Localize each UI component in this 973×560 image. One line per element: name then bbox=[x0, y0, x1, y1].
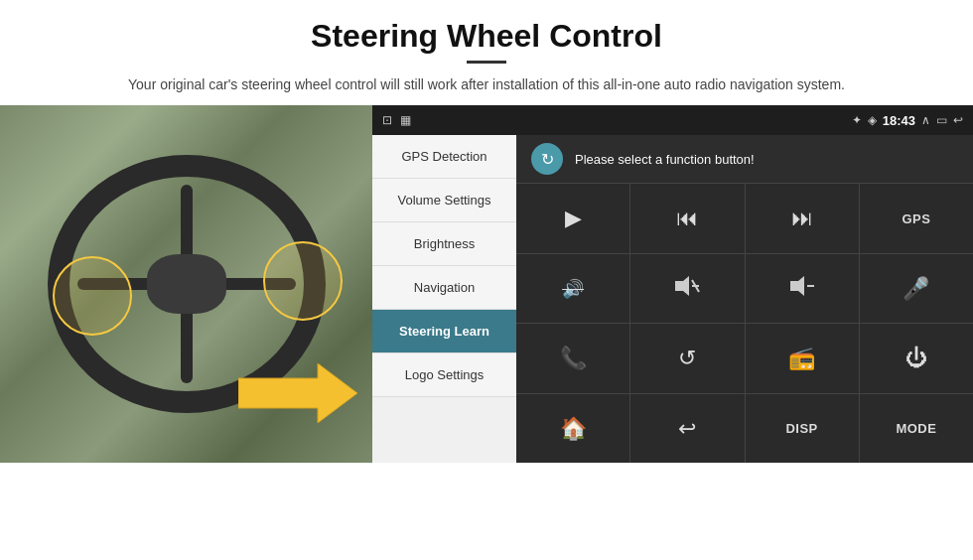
menu-item-steering-learn[interactable]: Steering Learn bbox=[372, 310, 516, 353]
right-panel: ⊡ ▦ ✦ ◈ 18:43 ∧ ▭ ↩ GPS Detection Volume… bbox=[372, 105, 973, 463]
svg-marker-0 bbox=[238, 363, 357, 423]
menu-item-brightness[interactable]: Brightness bbox=[372, 222, 516, 266]
bt-icon: ✦ bbox=[852, 113, 862, 127]
status-time: 18:43 bbox=[883, 113, 915, 128]
gps-label: GPS bbox=[902, 211, 930, 226]
fn-phone[interactable]: 📞 bbox=[516, 324, 629, 393]
panel-header: ↻ Please select a function button! bbox=[516, 135, 973, 184]
sw-center-hub bbox=[147, 254, 226, 314]
fn-vol-up[interactable] bbox=[630, 254, 744, 324]
radio-icon: 📻 bbox=[788, 346, 815, 371]
mode-label: MODE bbox=[896, 421, 936, 436]
status-bar-left: ⊡ ▦ bbox=[382, 113, 411, 127]
home-icon: 🏠 bbox=[560, 416, 587, 442]
mic-icon: 🎤 bbox=[903, 276, 929, 302]
power-icon: ⏻ bbox=[905, 346, 927, 371]
fn-mic[interactable]: 🎤 bbox=[860, 254, 973, 324]
fn-loop[interactable]: ↺ bbox=[630, 324, 744, 393]
menu-item-logo-settings[interactable]: Logo Settings bbox=[372, 353, 516, 397]
prev-icon: ⏮ bbox=[676, 206, 698, 231]
menu-item-navigation[interactable]: Navigation bbox=[372, 266, 516, 310]
menu-item-volume-settings[interactable]: Volume Settings bbox=[372, 179, 516, 222]
fn-mode[interactable]: MODE bbox=[860, 394, 973, 464]
fn-next[interactable]: ⏭ bbox=[746, 184, 859, 253]
fn-home[interactable]: 🏠 bbox=[516, 394, 629, 464]
title-divider bbox=[467, 61, 506, 64]
function-panel: ↻ Please select a function button! ▶ ⏮ ⏭ bbox=[516, 135, 973, 463]
arrow-overlay bbox=[238, 363, 357, 423]
main-image-area: ⊡ ▦ ✦ ◈ 18:43 ∧ ▭ ↩ GPS Detection Volume… bbox=[0, 105, 973, 463]
status-bar-right: ✦ ◈ 18:43 ∧ ▭ ↩ bbox=[852, 113, 963, 128]
next-icon: ⏭ bbox=[791, 206, 813, 231]
back-fn-icon: ↩ bbox=[678, 416, 696, 442]
wifi-icon: ◈ bbox=[868, 113, 877, 127]
function-grid: ▶ ⏮ ⏭ GPS 🔊 bbox=[516, 184, 973, 463]
page-subtitle: Your original car's steering wheel contr… bbox=[60, 73, 913, 95]
steering-wheel-photo bbox=[0, 105, 372, 463]
fn-play[interactable]: ▶ bbox=[516, 184, 629, 253]
fn-mute[interactable]: 🔊 bbox=[516, 254, 629, 324]
sw-highlight-left bbox=[53, 256, 132, 336]
phone-icon: 📞 bbox=[560, 346, 587, 371]
fn-power[interactable]: ⏻ bbox=[860, 324, 973, 393]
back-icon[interactable]: ↩ bbox=[953, 113, 963, 127]
vol-down-icon bbox=[788, 275, 816, 302]
loop-icon: ↺ bbox=[678, 346, 696, 371]
fn-vol-down[interactable] bbox=[746, 254, 859, 324]
svg-marker-1 bbox=[675, 276, 689, 296]
app-status-icon[interactable]: ▦ bbox=[400, 113, 411, 127]
refresh-icon[interactable]: ↻ bbox=[531, 143, 563, 175]
fn-gps[interactable]: GPS bbox=[860, 184, 973, 253]
sw-highlight-right bbox=[263, 241, 343, 321]
content-area: GPS Detection Volume Settings Brightness… bbox=[372, 135, 973, 463]
page-header: Steering Wheel Control Your original car… bbox=[0, 0, 973, 105]
vol-up-icon bbox=[673, 275, 701, 302]
fn-radio[interactable]: 📻 bbox=[746, 324, 859, 393]
fn-disp[interactable]: DISP bbox=[746, 394, 859, 464]
expand-icon[interactable]: ∧ bbox=[921, 113, 930, 127]
fn-back[interactable]: ↩ bbox=[630, 394, 744, 464]
page-title: Steering Wheel Control bbox=[60, 18, 913, 55]
mute-icon: 🔊 bbox=[562, 278, 584, 300]
play-icon: ▶ bbox=[565, 206, 582, 231]
window-icon[interactable]: ▭ bbox=[936, 113, 947, 127]
status-bar: ⊡ ▦ ✦ ◈ 18:43 ∧ ▭ ↩ bbox=[372, 105, 973, 135]
home-status-icon[interactable]: ⊡ bbox=[382, 113, 392, 127]
panel-header-text: Please select a function button! bbox=[575, 152, 755, 167]
svg-marker-4 bbox=[790, 276, 804, 296]
fn-prev[interactable]: ⏮ bbox=[630, 184, 744, 253]
menu-list: GPS Detection Volume Settings Brightness… bbox=[372, 135, 516, 463]
menu-item-gps-detection[interactable]: GPS Detection bbox=[372, 135, 516, 179]
disp-label: DISP bbox=[785, 421, 817, 436]
